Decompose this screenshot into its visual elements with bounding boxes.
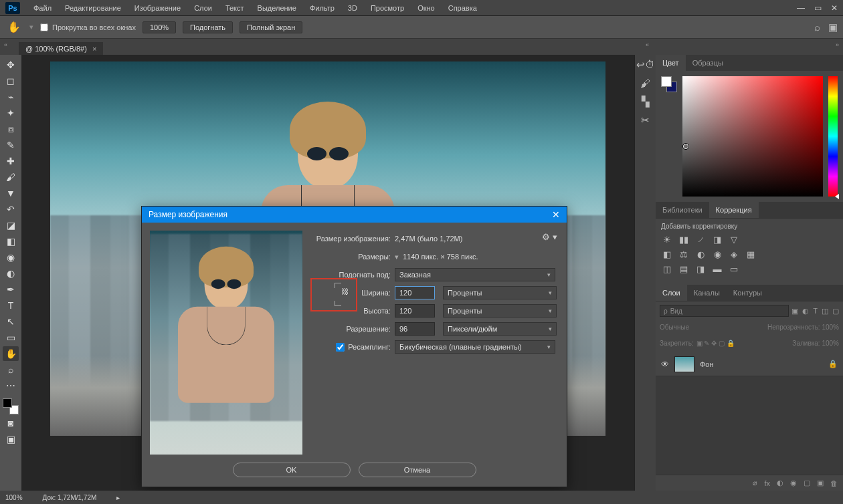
fx-icon[interactable]: fx	[764, 479, 770, 487]
dialog-titlebar[interactable]: Размер изображения ✕	[142, 207, 567, 223]
menu-file[interactable]: Файл	[27, 4, 58, 12]
vibrance-icon[interactable]: ▽	[728, 234, 740, 245]
tab-libraries[interactable]: Библиотеки	[656, 202, 709, 218]
maximize-button[interactable]: ▭	[814, 3, 822, 13]
crop-tool[interactable]: ⧈	[3, 122, 19, 136]
selective-icon[interactable]: ▭	[728, 263, 740, 274]
new-layer-icon[interactable]: ▣	[817, 479, 824, 487]
clone-panel-icon[interactable]: ▝▖	[638, 96, 654, 108]
path-select-tool[interactable]: ↖	[3, 314, 19, 329]
menu-edit[interactable]: Редактирование	[58, 4, 128, 12]
colorbal-icon[interactable]: ⚖	[678, 249, 690, 259]
layer-search[interactable]: ρ Вид	[660, 305, 789, 317]
constrain-link-icon[interactable]: ⛓	[341, 287, 349, 295]
levels-icon[interactable]: ▮▮	[678, 234, 690, 245]
filter-shape-icon[interactable]: ◫	[822, 307, 828, 316]
menu-filter[interactable]: Фильтр	[303, 4, 341, 12]
width-input[interactable]	[395, 286, 435, 299]
fit-button[interactable]: Подогнать	[183, 21, 233, 33]
menu-help[interactable]: Справка	[442, 4, 484, 12]
mask-icon[interactable]: ◐	[777, 479, 783, 487]
heal-tool[interactable]: ✚	[3, 154, 19, 168]
scroll-all-checkbox[interactable]: Прокрутка во всех окнах	[40, 23, 136, 31]
tab-correction[interactable]: Коррекция	[709, 202, 759, 218]
status-zoom[interactable]: 100%	[5, 494, 23, 501]
color-swatches[interactable]	[3, 398, 19, 414]
exposure-icon[interactable]: ◨	[711, 234, 723, 245]
resample-select[interactable]: Бикубическая (плавные градиенты)▾	[395, 340, 555, 354]
tools-panel-icon[interactable]: ✂	[641, 114, 650, 126]
menu-window[interactable]: Окно	[411, 4, 442, 12]
filter-smart-icon[interactable]: ▢	[832, 307, 839, 316]
link-layers-icon[interactable]: ⌀	[753, 479, 757, 487]
color-field[interactable]	[682, 76, 823, 197]
panel-expand-left-icon[interactable]: «	[646, 41, 649, 48]
marquee-tool[interactable]: ◻	[3, 74, 19, 88]
menu-select[interactable]: Выделение	[251, 4, 303, 12]
delete-layer-icon[interactable]: 🗑	[830, 479, 838, 487]
stamp-tool[interactable]: ▼	[3, 186, 19, 201]
lasso-tool[interactable]: ⌁	[3, 90, 19, 104]
resolution-input[interactable]	[395, 322, 435, 336]
zoom-100-button[interactable]: 100%	[143, 21, 176, 33]
history-brush-tool[interactable]: ↶	[3, 202, 19, 217]
hue-icon[interactable]: ◧	[661, 249, 673, 259]
zoom-tool[interactable]: ⌕	[3, 362, 19, 377]
filter-type-icon[interactable]: T	[813, 307, 818, 316]
width-unit-select[interactable]: Проценты▾	[443, 286, 557, 299]
tab-color[interactable]: Цвет	[656, 55, 686, 71]
group-icon[interactable]: ▢	[804, 479, 810, 487]
filter-adjust-icon[interactable]: ◐	[802, 307, 809, 316]
ok-button[interactable]: OK	[233, 463, 351, 477]
posterize-icon[interactable]: ▤	[678, 263, 690, 274]
dialog-close-button[interactable]: ✕	[552, 209, 560, 220]
resample-checkbox[interactable]	[336, 343, 345, 352]
hand-tool[interactable]: ✋	[3, 346, 19, 361]
hand-tool-icon[interactable]: ✋	[5, 19, 23, 35]
search-icon[interactable]: ⌕	[814, 21, 820, 33]
toolbox-expand-icon[interactable]: «	[4, 41, 7, 48]
brightness-icon[interactable]: ☀	[661, 234, 673, 245]
fullscreen-button[interactable]: Полный экран	[240, 21, 302, 33]
photo-filter-icon[interactable]: ◉	[711, 249, 723, 259]
quickmask-tool[interactable]: ◙	[3, 416, 19, 430]
dims-toggle-icon[interactable]: ▾	[395, 253, 399, 261]
dodge-tool[interactable]: ◐	[3, 266, 19, 281]
layer-row[interactable]: 👁 Фон 🔒	[656, 352, 843, 376]
move-tool[interactable]: ✥	[3, 57, 19, 72]
tab-close-button[interactable]: ×	[92, 45, 96, 53]
bw-icon[interactable]: ◐	[694, 249, 707, 259]
fitto-select[interactable]: Заказная▾	[395, 268, 555, 281]
height-input[interactable]	[395, 304, 435, 318]
status-doc[interactable]: Док: 1,72M/1,72M	[43, 494, 97, 501]
tab-swatches[interactable]: Образцы	[686, 55, 730, 71]
cancel-button[interactable]: Отмена	[359, 463, 476, 477]
visibility-icon[interactable]: 👁	[661, 360, 669, 369]
eyedropper-tool[interactable]: ✎	[3, 138, 19, 152]
document-tab[interactable]: @ 100% (RGB/8#) ×	[19, 42, 103, 55]
gradmap-icon[interactable]: ▬	[711, 263, 723, 274]
wand-tool[interactable]: ✦	[3, 106, 19, 120]
invert-icon[interactable]: ◫	[661, 263, 673, 274]
mixer-icon[interactable]: ◈	[728, 249, 740, 259]
menu-text[interactable]: Текст	[219, 4, 251, 12]
tab-paths[interactable]: Контуры	[727, 285, 769, 301]
type-tool[interactable]: T	[3, 298, 19, 313]
history-panel-icon[interactable]: ↩⏱	[636, 59, 655, 71]
canvas-area[interactable]: Размер изображения ✕ ⚙ ▾ Размер изображе…	[21, 55, 634, 491]
dialog-gear-icon[interactable]: ⚙ ▾	[542, 232, 557, 242]
brushes-panel-icon[interactable]: 🖌	[640, 78, 650, 89]
menu-layers[interactable]: Слои	[187, 4, 219, 12]
tab-channels[interactable]: Каналы	[687, 285, 727, 301]
lookup-icon[interactable]: ▦	[745, 249, 757, 259]
menu-view[interactable]: Просмотр	[364, 4, 411, 12]
opacity-value[interactable]: 100%	[822, 324, 839, 331]
blend-mode-select[interactable]: Обычные	[660, 324, 689, 331]
height-unit-select[interactable]: Проценты▾	[443, 304, 557, 318]
shape-tool[interactable]: ▭	[3, 330, 19, 345]
threshold-icon[interactable]: ◨	[694, 263, 707, 274]
panel-expand-right-icon[interactable]: »	[836, 41, 839, 48]
screenmode-tool[interactable]: ▣	[3, 432, 19, 447]
filter-pixel-icon[interactable]: ▣	[791, 307, 798, 316]
fg-bg-swatches[interactable]	[661, 76, 677, 92]
